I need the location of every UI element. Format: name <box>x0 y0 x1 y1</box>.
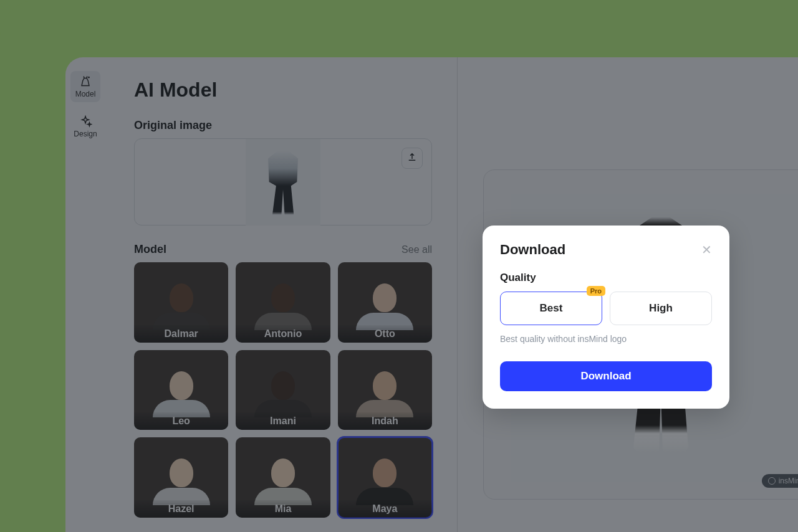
quality-option-label: Best <box>540 302 563 315</box>
modal-title: Download <box>500 242 565 258</box>
download-button[interactable]: Download <box>500 361 712 391</box>
pro-badge: Pro <box>587 286 605 296</box>
download-modal: Download ✕ Quality Best Pro High Best qu… <box>483 226 729 409</box>
close-icon: ✕ <box>701 243 712 257</box>
quality-option-label: High <box>649 302 673 315</box>
close-button[interactable]: ✕ <box>701 244 712 256</box>
quality-note: Best quality without insMind logo <box>500 334 712 344</box>
quality-label: Quality <box>500 272 712 284</box>
quality-option-high[interactable]: High <box>610 292 712 325</box>
quality-option-best[interactable]: Best Pro <box>500 292 602 325</box>
